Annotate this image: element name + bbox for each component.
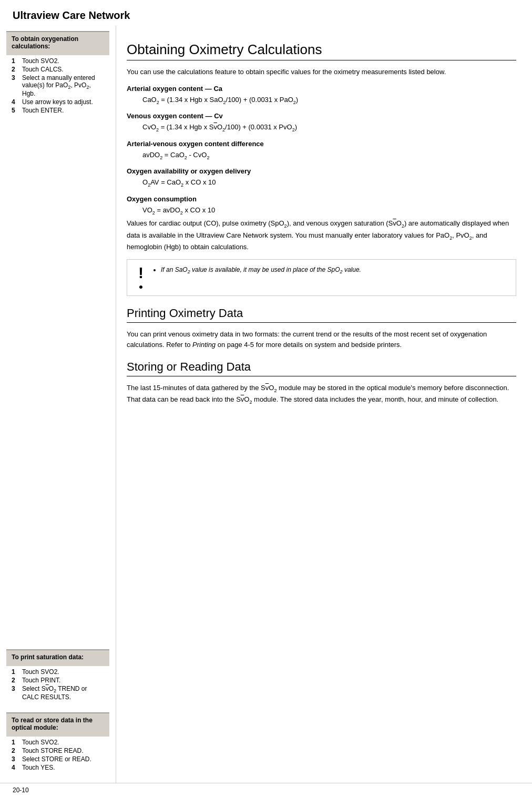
formula-o2av: O2AV = CaO2 x CO x 10 <box>142 178 516 188</box>
list-item: 3Select STORE or READ. <box>12 755 104 763</box>
content-area: Obtaining Oximetry Calculations You can … <box>116 26 532 783</box>
sidebar-box-store: To read or store data in the optical mod… <box>6 712 109 737</box>
list-item: 1Touch SVO2. <box>12 739 104 746</box>
callout-box: ! ● If an SaO2 value is available, it ma… <box>127 259 516 296</box>
section1-intro: You can use the calculations feature to … <box>127 67 516 77</box>
section2-title: Printing Oximetry Data <box>127 306 516 323</box>
formula-o2consumption: VO2 = avDO2 x CO x 10 <box>142 206 516 216</box>
page-container: Ultraview Care Network To obtain oxygena… <box>0 0 532 797</box>
list-item: 4Use arrow keys to adjust. <box>12 98 104 106</box>
sidebar-section-store: To read or store data in the optical mod… <box>0 712 116 774</box>
subsection-venous: Venous oxygen content — Cv <box>127 112 516 120</box>
list-item: 3Select SvO2 TREND or CALC RESULTS. <box>12 685 104 701</box>
subsection-arterial: Arterial oxygen content — Ca <box>127 85 516 93</box>
sidebar-box-oxygenation: To obtain oxygenation calculations: <box>6 31 109 55</box>
subsection-o2consumption: Oxygen consumption <box>127 195 516 203</box>
formula-arterial: CaO2 = (1.34 x Hgb x SaO2/100) + (0.0031… <box>142 96 516 105</box>
sidebar-box-print: To print saturation data: <box>6 649 109 666</box>
section1-title: Obtaining Oximetry Calculations <box>127 42 516 60</box>
sidebar-section-oxygenation: To obtain oxygenation calculations: 1Tou… <box>0 31 116 117</box>
page-number: 20-10 <box>13 786 29 794</box>
section3-title: Storing or Reading Data <box>127 360 516 376</box>
callout-text: If an SaO2 value is available, it may be… <box>154 265 361 276</box>
sidebar-section-print: To print saturation data: 1Touch SVO2. 2… <box>0 649 116 704</box>
formula-venous: CvO2 = (1.34 x Hgb x SvO2/100) + (0.0031… <box>142 123 516 132</box>
callout-list-item: If an SaO2 value is available, it may be… <box>161 265 361 276</box>
section2-para: You can print venous oximetry data in tw… <box>127 329 516 350</box>
values-para: Values for cardiac output (CO), pulse ox… <box>127 218 516 252</box>
list-item: 4Touch YES. <box>12 764 104 771</box>
page-header: Ultraview Care Network <box>0 0 532 26</box>
list-item: 1Touch SVO2. <box>12 668 104 676</box>
section3-para: The last 15-minutes of data gathered by … <box>127 383 516 406</box>
sidebar-box-title-oxygenation: To obtain oxygenation calculations: <box>12 35 104 50</box>
list-item: 2Touch CALCS. <box>12 66 104 73</box>
subsection-o2av: Oxygen availability or oxygen delivery <box>127 167 516 175</box>
subsection-avdiff: Arterial-venous oxygen content differenc… <box>127 140 516 148</box>
main-layout: To obtain oxygenation calculations: 1Tou… <box>0 26 532 783</box>
sidebar: To obtain oxygenation calculations: 1Tou… <box>0 26 116 783</box>
sidebar-list-print: 1Touch SVO2. 2Touch PRINT. 3Select SvO2 … <box>6 666 109 704</box>
formula-avdiff: avDO2 = CaO2 - CvO2 <box>142 151 516 160</box>
sidebar-box-title-store: To read or store data in the optical mod… <box>12 717 104 731</box>
sidebar-list-store: 1Touch SVO2. 2Touch STORE READ. 3Select … <box>6 737 109 774</box>
callout-icon: ! ● <box>135 265 147 290</box>
list-item: 3Select a manually entered value(s) for … <box>12 74 104 97</box>
sidebar-list-oxygenation: 1Touch SVO2. 2Touch CALCS. 3Select a man… <box>6 55 109 117</box>
list-item: 2Touch STORE READ. <box>12 747 104 754</box>
sidebar-box-title-print: To print saturation data: <box>12 653 104 661</box>
page-title: Ultraview Care Network <box>13 9 130 21</box>
list-item: 2Touch PRINT. <box>12 677 104 684</box>
list-item: 5Touch ENTER. <box>12 107 104 114</box>
list-item: 1Touch SVO2. <box>12 57 104 65</box>
page-footer: 20-10 <box>0 783 532 797</box>
